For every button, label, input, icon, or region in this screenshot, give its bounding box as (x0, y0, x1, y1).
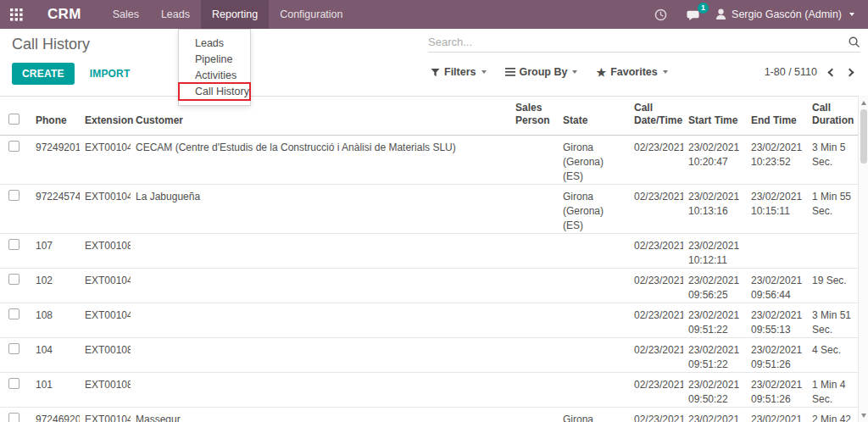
table-row[interactable]: 972245747 EXT00104 La Jabugueña Girona (… (0, 185, 858, 234)
cell-start-time: 23/02/2021 10:13:16 (683, 185, 746, 234)
cell-sales-person (510, 234, 558, 269)
pager-range: 1-80 / 5110 (765, 66, 817, 78)
cell-call-duration: 3 Min 5 Sec. (807, 136, 858, 185)
star-icon: ★ (596, 67, 606, 78)
cell-phone: 107 (31, 234, 80, 269)
table-header-row: Phone Extension Customer Sales Person St… (0, 97, 858, 136)
scrollbar-thumb[interactable] (860, 109, 867, 164)
pager-next-icon[interactable] (846, 68, 854, 76)
call-table-body: 972492014 EXT00104 CECAM (Centre d'Estud… (0, 136, 858, 422)
group-by-dropdown[interactable]: Group By (505, 66, 578, 78)
filters-dropdown[interactable]: Filters (431, 66, 487, 78)
row-checkbox[interactable] (8, 308, 19, 319)
user-name: Sergio Gascón (Admin) (732, 8, 842, 20)
call-history-table: Phone Extension Customer Sales Person St… (0, 97, 858, 422)
row-checkbox[interactable] (8, 141, 19, 152)
table-row[interactable]: 104 EXT00108 02/23/2021 23/02/2021 09:51… (0, 338, 858, 373)
row-checkbox[interactable] (8, 343, 19, 354)
cell-extension: EXT00108 (80, 373, 131, 408)
col-call-datetime[interactable]: Call Date/Time (629, 97, 683, 136)
col-phone[interactable]: Phone (31, 97, 80, 136)
cell-end-time: 23/02/2021 10:23:52 (746, 136, 807, 185)
group-by-label: Group By (520, 66, 568, 78)
filter-bar: Filters Group By ★ Favorites (431, 66, 668, 78)
pager: 1-80 / 5110 (765, 66, 853, 78)
cell-sales-person (510, 338, 558, 373)
cell-state (558, 269, 629, 303)
scroll-down-icon[interactable] (859, 410, 868, 420)
col-extension[interactable]: Extension (80, 97, 131, 136)
create-button[interactable]: CREATE (12, 63, 75, 85)
cell-start-time: 23/02/2021 09:51:22 (683, 303, 746, 338)
cell-customer (131, 234, 510, 269)
col-start-time[interactable]: Start Time (683, 97, 746, 136)
cell-extension: EXT00104 (80, 185, 131, 234)
search-icon[interactable] (848, 36, 860, 48)
vertical-scrollbar[interactable] (858, 96, 868, 422)
topbar-right: 1 Sergio Gascón (Admin) (648, 0, 868, 29)
favorites-dropdown[interactable]: ★ Favorites (596, 66, 667, 78)
menu-item-pipeline[interactable]: Pipeline (179, 52, 250, 68)
page-title: Call History (12, 36, 131, 53)
cell-end-time: 23/02/2021 09:51:26 (746, 338, 807, 373)
activities-clock-icon[interactable] (648, 0, 674, 29)
table-row[interactable]: 972492014 EXT00104 CECAM (Centre d'Estud… (0, 136, 858, 185)
scroll-up-icon[interactable] (859, 97, 868, 108)
cell-end-time: 23/02/2021 09:44:57 (746, 408, 807, 422)
cell-call-datetime: 02/23/2021 (629, 136, 683, 185)
filter-funnel-icon (431, 68, 440, 77)
table-row[interactable]: 101 EXT00108 02/23/2021 23/02/2021 09:50… (0, 373, 858, 408)
cell-start-time: 23/02/2021 09:50:22 (683, 373, 746, 408)
pager-previous-icon[interactable] (828, 68, 837, 76)
row-checkbox[interactable] (8, 239, 19, 250)
row-checkbox[interactable] (8, 190, 19, 201)
table-row[interactable]: 107 EXT00108 02/23/2021 23/02/2021 10:12… (0, 234, 858, 269)
cell-call-duration: 2 Min 42 Sec. (807, 408, 858, 422)
cell-extension: EXT00104 (80, 303, 131, 338)
cell-end-time: 23/02/2021 09:51:26 (746, 373, 807, 408)
menu-item-leads[interactable]: Leads (179, 36, 250, 52)
messages-icon[interactable]: 1 (679, 0, 707, 29)
cell-end-time: 23/02/2021 09:55:13 (746, 303, 807, 338)
search-input[interactable] (428, 36, 848, 48)
user-menu[interactable]: Sergio Gascón (Admin) (712, 8, 858, 20)
cell-customer (131, 338, 510, 373)
cell-sales-person (510, 303, 558, 338)
table-row[interactable]: 972469200 EXT00104 Massegur Girona (Gero… (0, 408, 858, 422)
nav-reporting[interactable]: Reporting (201, 0, 269, 29)
cell-state (558, 234, 629, 269)
table-row[interactable]: 108 EXT00104 02/23/2021 23/02/2021 09:51… (0, 303, 858, 338)
import-button[interactable]: IMPORT (90, 68, 131, 80)
cell-sales-person (510, 269, 558, 303)
col-sales-person[interactable]: Sales Person (510, 97, 558, 136)
row-checkbox[interactable] (8, 413, 19, 422)
cell-call-datetime: 02/23/2021 (629, 185, 683, 234)
row-checkbox[interactable] (8, 378, 19, 389)
cell-state (558, 338, 629, 373)
apps-grid-icon[interactable] (0, 0, 32, 29)
table-row[interactable]: 102 EXT00104 02/23/2021 23/02/2021 09:56… (0, 269, 858, 303)
row-checkbox[interactable] (8, 274, 19, 285)
cell-phone: 102 (31, 269, 80, 303)
nav-sales[interactable]: Sales (102, 0, 150, 29)
nav-leads[interactable]: Leads (150, 0, 201, 29)
call-history-table-zone: Phone Extension Customer Sales Person St… (0, 96, 858, 422)
col-call-duration[interactable]: Call Duration (807, 97, 858, 136)
cell-phone: 101 (31, 373, 80, 408)
col-state[interactable]: State (558, 97, 629, 136)
cell-customer (131, 373, 510, 408)
group-by-lines-icon (505, 68, 515, 76)
control-panel: Call History CREATE IMPORT Filters Group… (0, 29, 868, 96)
cell-customer: CECAM (Centre d'Estudis de la Construcci… (131, 136, 510, 185)
select-all-checkbox[interactable] (8, 114, 19, 125)
messages-badge: 1 (698, 3, 709, 14)
cell-customer: La Jabugueña (131, 185, 510, 234)
cell-call-duration: 3 Min 51 Sec. (807, 303, 858, 338)
cell-call-duration: 1 Min 4 Sec. (807, 373, 858, 408)
col-end-time[interactable]: End Time (746, 97, 807, 136)
menu-item-activities[interactable]: Activities (179, 68, 250, 84)
nav-configuration[interactable]: Configuration (269, 0, 353, 29)
menu-item-call-history[interactable]: Call History (179, 84, 250, 100)
topbar: CRM Sales Leads Reporting Configuration … (0, 0, 868, 29)
cell-start-time: 23/02/2021 10:20:47 (683, 136, 746, 185)
